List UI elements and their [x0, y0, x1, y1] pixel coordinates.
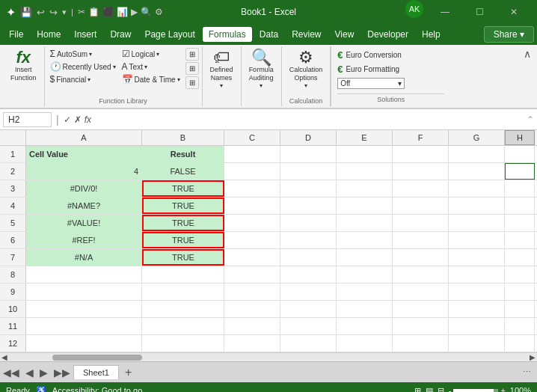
- undo-icon[interactable]: ↩: [37, 7, 45, 18]
- cell-c1[interactable]: [224, 146, 280, 162]
- text-button[interactable]: A Text ▾: [120, 61, 182, 73]
- cell-d11[interactable]: [280, 318, 337, 334]
- cell-c7[interactable]: [224, 249, 280, 266]
- cell-d8[interactable]: [280, 266, 337, 283]
- cell-f9[interactable]: [393, 284, 449, 300]
- cell-c9[interactable]: [224, 284, 280, 300]
- more-fns-btn3[interactable]: ⊞: [185, 76, 199, 89]
- menu-file[interactable]: File: [3, 27, 29, 42]
- menu-insert[interactable]: Insert: [68, 27, 102, 42]
- cell-c2[interactable]: [224, 163, 280, 180]
- cell-g9[interactable]: [449, 284, 505, 300]
- cell-e4[interactable]: [337, 197, 393, 214]
- formula-bar-expand[interactable]: ⌃: [527, 114, 534, 125]
- cell-g2[interactable]: [449, 163, 505, 180]
- date-time-button[interactable]: 📅 Date & Time ▾: [120, 73, 182, 85]
- cell-h8[interactable]: [505, 266, 535, 283]
- col-header-d[interactable]: D: [280, 130, 337, 145]
- menu-draw[interactable]: Draw: [104, 27, 137, 42]
- col-header-a[interactable]: A: [26, 130, 142, 145]
- cell-d1[interactable]: [280, 146, 337, 162]
- tab-nav-right[interactable]: ▶▶: [51, 367, 73, 379]
- minimize-button[interactable]: —: [428, 0, 462, 24]
- cell-e9[interactable]: [337, 284, 393, 300]
- ribbon-collapse-button[interactable]: ∧: [521, 48, 534, 60]
- check-mark[interactable]: ✓: [64, 114, 71, 125]
- cell-g5[interactable]: [449, 215, 505, 231]
- maximize-button[interactable]: ☐: [462, 0, 497, 24]
- cell-h12[interactable]: [505, 335, 535, 352]
- cell-e10[interactable]: [337, 301, 393, 317]
- col-header-c[interactable]: C: [224, 130, 280, 145]
- cell-d5[interactable]: [280, 215, 337, 231]
- tab-nav-left[interactable]: ◀◀: [0, 367, 22, 379]
- sheet-tab-sheet1[interactable]: Sheet1: [73, 365, 119, 379]
- col-header-f[interactable]: F: [393, 130, 449, 145]
- x-mark[interactable]: ✗: [74, 114, 82, 125]
- cell-b7[interactable]: TRUE: [142, 249, 224, 266]
- cell-a11[interactable]: [26, 318, 142, 334]
- cell-b9[interactable]: [142, 284, 224, 300]
- cell-c6[interactable]: [224, 232, 280, 248]
- menu-home[interactable]: Home: [31, 27, 67, 42]
- cell-e6[interactable]: [337, 232, 393, 248]
- cell-g6[interactable]: [449, 232, 505, 248]
- formula-input[interactable]: [94, 113, 524, 126]
- cell-b5[interactable]: TRUE: [142, 215, 224, 231]
- cell-f6[interactable]: [393, 232, 449, 248]
- cell-g1[interactable]: [449, 146, 505, 162]
- more-fns-btn1[interactable]: ⊞: [185, 48, 199, 61]
- cell-d12[interactable]: [280, 335, 337, 352]
- icon5[interactable]: ▶: [131, 7, 138, 17]
- cell-a1[interactable]: Cell Value: [26, 146, 142, 162]
- cell-g7[interactable]: [449, 249, 505, 266]
- cell-c4[interactable]: [224, 197, 280, 214]
- insert-function-button[interactable]: fx InsertFunction: [6, 48, 41, 84]
- cell-d2[interactable]: [280, 163, 337, 180]
- cell-c5[interactable]: [224, 215, 280, 231]
- menu-data[interactable]: Data: [254, 27, 284, 42]
- autosum-button[interactable]: Σ AutoSum ▾: [48, 48, 118, 60]
- cell-a3[interactable]: #DIV/0!: [26, 180, 142, 197]
- hscroll-left[interactable]: ◀: [1, 353, 7, 361]
- cell-e3[interactable]: [337, 180, 393, 197]
- cell-d10[interactable]: [280, 301, 337, 317]
- icon3[interactable]: ⬛: [102, 7, 114, 17]
- zoom-out-button[interactable]: -: [449, 386, 452, 392]
- cell-e12[interactable]: [337, 335, 393, 352]
- menu-review[interactable]: Review: [286, 27, 327, 42]
- cell-d6[interactable]: [280, 232, 337, 248]
- quick-save-icon[interactable]: 💾: [20, 7, 32, 18]
- icon7[interactable]: ⚙: [155, 7, 163, 17]
- cell-e8[interactable]: [337, 266, 393, 283]
- cell-f1[interactable]: [393, 146, 449, 162]
- cell-b12[interactable]: [142, 335, 224, 352]
- menu-help[interactable]: Help: [416, 27, 447, 42]
- cell-g3[interactable]: [449, 180, 505, 197]
- tab-dots[interactable]: ⋯: [523, 367, 531, 377]
- cell-g4[interactable]: [449, 197, 505, 214]
- zoom-slider[interactable]: [453, 389, 498, 392]
- cell-h3[interactable]: [505, 180, 535, 197]
- cell-f7[interactable]: [393, 249, 449, 266]
- cell-a4[interactable]: #NAME?: [26, 197, 142, 214]
- cell-d4[interactable]: [280, 197, 337, 214]
- hscroll-thumb[interactable]: [52, 355, 142, 361]
- col-header-b[interactable]: B: [142, 130, 224, 145]
- hscroll-right[interactable]: ▶: [530, 353, 536, 361]
- cell-h9[interactable]: [505, 284, 535, 300]
- cell-b4[interactable]: TRUE: [142, 197, 224, 214]
- menu-page-layout[interactable]: Page Layout: [138, 27, 200, 42]
- cell-f2[interactable]: [393, 163, 449, 180]
- cell-a5[interactable]: #VALUE!: [26, 215, 142, 231]
- cell-c8[interactable]: [224, 266, 280, 283]
- cell-e1[interactable]: [337, 146, 393, 162]
- col-header-e[interactable]: E: [337, 130, 393, 145]
- share-button[interactable]: Share ▾: [484, 26, 534, 43]
- cell-f4[interactable]: [393, 197, 449, 214]
- cell-a6[interactable]: #REF!: [26, 232, 142, 248]
- cell-b11[interactable]: [142, 318, 224, 334]
- more-fns-btn2[interactable]: ⊞: [185, 62, 199, 75]
- cell-h7[interactable]: [505, 249, 535, 266]
- cell-b10[interactable]: [142, 301, 224, 317]
